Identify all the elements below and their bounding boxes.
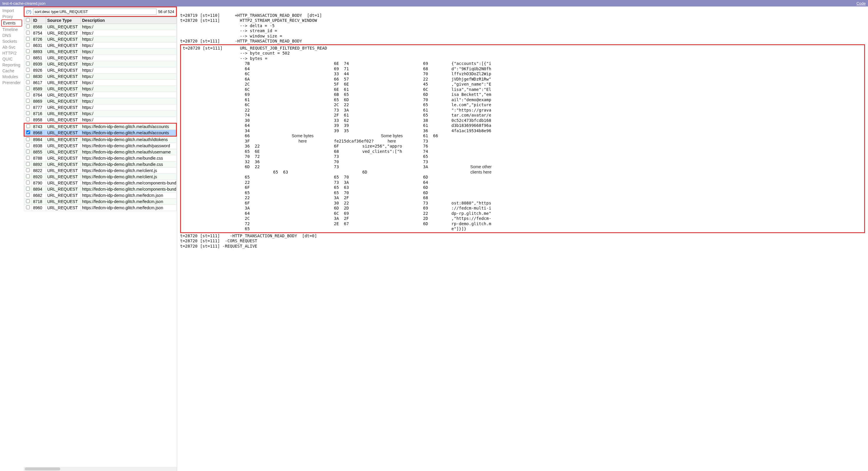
row-checkbox[interactable]: [26, 137, 30, 141]
row-checkbox[interactable]: [26, 80, 30, 84]
row-checkbox[interactable]: [26, 156, 30, 160]
cell-desc: https:/: [81, 30, 177, 36]
row-checkbox[interactable]: [26, 175, 30, 178]
row-checkbox[interactable]: [26, 87, 30, 90]
table-row[interactable]: 8788URL_REQUESThttps://fedcm-idp-demo.gl…: [24, 155, 177, 161]
row-checkbox[interactable]: [26, 111, 30, 115]
row-checkbox[interactable]: [26, 187, 30, 191]
row-checkbox[interactable]: [26, 130, 30, 134]
col-desc[interactable]: Description: [81, 17, 177, 24]
table-row[interactable]: 8869URL_REQUESThttps:/: [24, 98, 177, 104]
sidebar-item-http-2[interactable]: HTTP/2: [1, 50, 22, 56]
table-row[interactable]: 8926URL_REQUESThttps:/: [24, 67, 177, 73]
table-row[interactable]: 8968URL_REQUESThttps://fedcm-idp-demo.gl…: [24, 130, 177, 136]
sidebar-item-sockets[interactable]: Sockets: [1, 38, 22, 44]
row-checkbox[interactable]: [26, 31, 30, 34]
table-row[interactable]: 8682URL_REQUESThttps://fedcm-idp-demo.gl…: [24, 192, 177, 199]
sidebar-item-events[interactable]: Events: [1, 20, 22, 27]
row-checkbox[interactable]: [26, 168, 30, 172]
sidebar-item-quic[interactable]: QUIC: [1, 56, 22, 62]
select-all-checkbox[interactable]: [26, 18, 30, 22]
row-checkbox[interactable]: [26, 68, 30, 72]
table-row[interactable]: 8754URL_REQUESThttps:/: [24, 30, 177, 36]
cell-desc: https:/: [81, 117, 177, 123]
cell-desc: https://fedcm-idp-demo.glitch.me/client.…: [81, 174, 177, 180]
table-row[interactable]: 8726URL_REQUESThttps:/: [24, 36, 177, 42]
sidebar-item-alt-svc[interactable]: Alt-Svc: [1, 44, 22, 50]
table-row[interactable]: 8718URL_REQUESThttps://fedcm-idp-demo.gl…: [24, 199, 177, 205]
row-checkbox[interactable]: [26, 105, 30, 109]
row-checkbox[interactable]: [26, 43, 30, 47]
table-row[interactable]: 8790URL_REQUESThttps://fedcm-idp-demo.gl…: [24, 180, 177, 186]
row-checkbox[interactable]: [26, 193, 30, 197]
row-checkbox[interactable]: [26, 99, 30, 103]
table-row[interactable]: 8764URL_REQUESThttps:/: [24, 92, 177, 98]
sidebar-item-reporting[interactable]: Reporting: [1, 62, 22, 68]
cell-id: 8718: [32, 199, 46, 205]
cell-source: URL_REQUEST: [46, 111, 81, 117]
cell-id: 8754: [32, 30, 46, 36]
row-checkbox[interactable]: [26, 181, 30, 184]
sidebar-item-prerender[interactable]: Prerender: [1, 80, 22, 86]
row-checkbox[interactable]: [26, 118, 30, 121]
table-row[interactable]: 8830URL_REQUESThttps:/: [24, 73, 177, 80]
sidebar-item-modules[interactable]: Modules: [1, 74, 22, 80]
table-row[interactable]: 8568URL_REQUESThttps:/: [24, 24, 177, 30]
table-row[interactable]: 8960URL_REQUESThttps://fedcm-idp-demo.gl…: [24, 205, 177, 211]
table-row[interactable]: 8939URL_REQUESThttps:/: [24, 61, 177, 67]
table-row[interactable]: 8958URL_REQUESThttps:/: [24, 117, 177, 123]
table-row[interactable]: 8822URL_REQUESThttps://fedcm-idp-demo.gl…: [24, 168, 177, 174]
sidebar-item-timeline[interactable]: Timeline: [1, 27, 22, 32]
row-checkbox[interactable]: [26, 93, 30, 96]
row-checkbox[interactable]: [26, 25, 30, 28]
cell-source: URL_REQUEST: [46, 42, 81, 49]
hex-note-3: Some other clients here: [452, 164, 510, 175]
filter-help-link[interactable]: (?): [26, 9, 31, 14]
row-checkbox[interactable]: [26, 56, 30, 59]
col-id[interactable]: ID: [32, 17, 46, 24]
row-checkbox[interactable]: [26, 199, 30, 203]
sidebar-item-cache[interactable]: Cache: [1, 68, 22, 74]
cell-source: URL_REQUEST: [46, 117, 81, 123]
table-row[interactable]: 8777URL_REQUESThttps:/: [24, 104, 177, 111]
sidebar-item-dns[interactable]: DNS: [1, 32, 22, 38]
table-row[interactable]: 8894URL_REQUESThttps://fedcm-idp-demo.gl…: [24, 186, 177, 192]
horizontal-scrollbar[interactable]: [24, 467, 177, 471]
code-link[interactable]: Code: [857, 1, 866, 6]
cell-id: 8568: [32, 24, 46, 30]
row-checkbox[interactable]: [26, 144, 30, 147]
table-row[interactable]: 8617URL_REQUESThttps:/: [24, 80, 177, 86]
row-checkbox[interactable]: [26, 162, 30, 166]
table-row[interactable]: 8743URL_REQUESThttps://fedcm-idp-demo.gl…: [24, 123, 177, 130]
table-row[interactable]: 8938URL_REQUESThttps://fedcm-idp-demo.gl…: [24, 143, 177, 149]
cell-desc: https:/: [81, 111, 177, 117]
table-row[interactable]: 8892URL_REQUESThttps://fedcm-idp-demo.gl…: [24, 161, 177, 168]
table-row[interactable]: 8893URL_REQUESThttps:/: [24, 49, 177, 55]
cell-desc: https://fedcm-idp-demo.glitch.me/fedcm.j…: [81, 205, 177, 211]
cell-id: 8822: [32, 168, 46, 174]
table-row[interactable]: 8920URL_REQUESThttps://fedcm-idp-demo.gl…: [24, 174, 177, 180]
filter-input[interactable]: [33, 8, 156, 15]
cell-source: URL_REQUEST: [46, 161, 81, 168]
cell-id: 8617: [32, 80, 46, 86]
row-checkbox[interactable]: [26, 49, 30, 53]
table-row[interactable]: 8851URL_REQUESThttps:/: [24, 55, 177, 61]
cell-id: 8968: [32, 130, 46, 136]
table-row[interactable]: 8984URL_REQUESThttps://fedcm-idp-demo.gl…: [24, 136, 177, 143]
col-source[interactable]: Source Type: [46, 17, 81, 24]
cell-source: URL_REQUEST: [46, 168, 81, 174]
row-checkbox[interactable]: [26, 150, 30, 153]
row-checkbox[interactable]: [26, 37, 30, 41]
cell-desc: https://fedcm-idp-demo.glitch.me/fedcm.j…: [81, 199, 177, 205]
row-checkbox[interactable]: [26, 62, 30, 65]
row-checkbox[interactable]: [26, 74, 30, 78]
table-row[interactable]: 8716URL_REQUESThttps:/: [24, 111, 177, 117]
table-row[interactable]: 8855URL_REQUESThttps://fedcm-idp-demo.gl…: [24, 149, 177, 155]
sidebar-item-proxy[interactable]: Proxy: [1, 13, 22, 20]
cell-source: URL_REQUEST: [46, 123, 81, 130]
table-row[interactable]: 8589URL_REQUESThttps:/: [24, 86, 177, 92]
table-row[interactable]: 8631URL_REQUESThttps:/: [24, 42, 177, 49]
row-checkbox[interactable]: [26, 206, 30, 209]
row-checkbox[interactable]: [26, 124, 30, 128]
sidebar-item-import[interactable]: Import: [1, 8, 22, 13]
